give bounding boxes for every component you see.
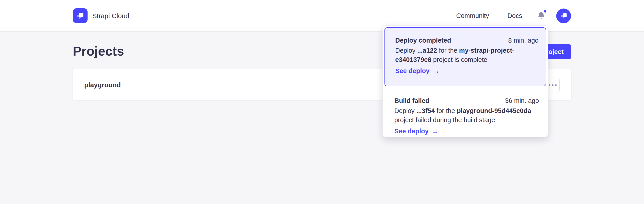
unread-dot [544, 10, 546, 13]
notifications-dropdown-panel: Deploy completed 8 min. ago Deploy ...a1… [382, 25, 548, 137]
notification-header: Deploy completed 8 min. ago [395, 36, 538, 45]
notification-title: Deploy completed [395, 36, 451, 45]
see-deploy-link[interactable]: See deploy→ [394, 127, 439, 136]
notification-body: Deploy ...a122 for the my-strapi-project… [395, 46, 538, 64]
notification-build-failed[interactable]: Build failed 36 min. ago Deploy ...3f54 … [383, 88, 548, 136]
body-text: Deploy [394, 107, 416, 114]
ellipsis-icon [552, 84, 554, 86]
body-text: project failed during the build stage [394, 116, 495, 123]
deploy-id: ...3f54 [416, 107, 435, 114]
arrow-right-icon: → [432, 127, 439, 136]
body-text: for the [437, 47, 459, 54]
notification-title: Build failed [394, 96, 429, 105]
page-title: Projects [73, 44, 124, 59]
project-name: playground [84, 69, 121, 101]
nav-link-docs[interactable]: Docs [508, 12, 522, 20]
notification-deploy-completed[interactable]: Deploy completed 8 min. ago Deploy ...a1… [384, 27, 546, 86]
strapi-logo-icon[interactable] [73, 8, 88, 23]
nav-link-community[interactable]: Community [456, 12, 489, 20]
notification-timestamp: 8 min. ago [508, 36, 538, 45]
ellipsis-icon [549, 84, 550, 86]
ellipsis-icon [555, 84, 557, 86]
body-text: Deploy [395, 47, 417, 54]
notification-body: Deploy ...3f54 for the playground-95d445… [394, 106, 539, 125]
notifications-bell-button[interactable] [537, 11, 546, 21]
notification-header: Build failed 36 min. ago [394, 96, 539, 105]
link-label: See deploy [395, 66, 430, 76]
brand-title: Strapi Cloud [92, 0, 129, 32]
project-id: playground-95d445c0da [457, 107, 531, 114]
link-label: See deploy [394, 127, 428, 136]
notification-timestamp: 36 min. ago [505, 96, 539, 105]
body-text: project is complete [431, 56, 487, 63]
bell-icon [537, 11, 546, 21]
see-deploy-link[interactable]: See deploy→ [395, 66, 440, 76]
user-avatar[interactable] [556, 9, 571, 23]
deploy-id: ...a122 [417, 47, 437, 54]
avatar-strapi-glyph-icon [559, 12, 568, 20]
strapi-glyph-icon [76, 11, 85, 20]
arrow-right-icon: → [432, 66, 440, 76]
body-text: for the [435, 107, 457, 114]
